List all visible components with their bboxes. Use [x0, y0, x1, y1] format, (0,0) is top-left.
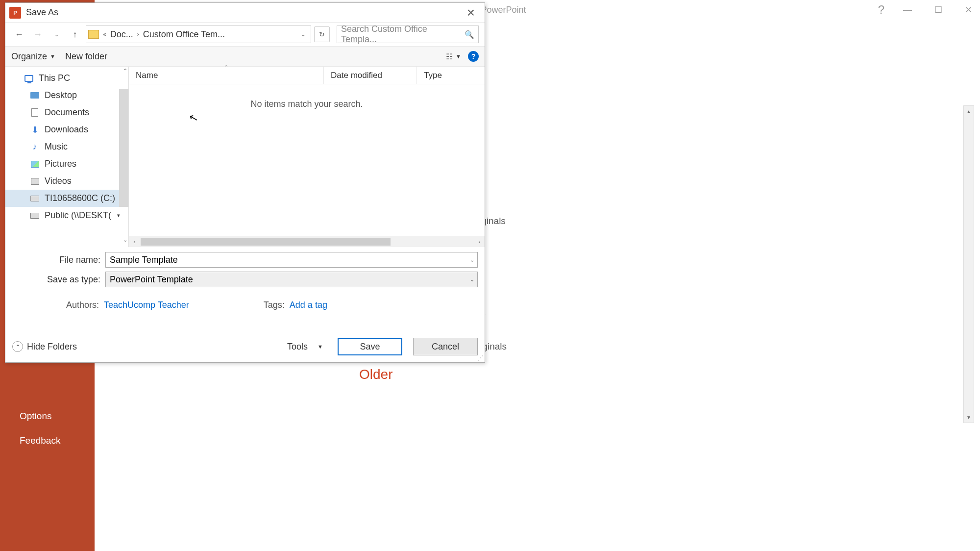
path-segment-2[interactable]: Custom Office Tem... — [141, 29, 227, 40]
new-folder-button[interactable]: New folder — [65, 51, 107, 62]
filename-input[interactable]: Sample Template ⌄ — [105, 252, 478, 268]
dialog-fields: File name: Sample Template ⌄ Save as typ… — [5, 247, 485, 296]
tree-item-this-pc[interactable]: This PC — [5, 70, 128, 87]
tree-item-network-drive[interactable]: Public (\\DESKT( ▾ — [5, 207, 128, 224]
tools-button[interactable]: Tools ▼ — [283, 340, 327, 354]
horizontal-scrollbar[interactable]: ‹ › — [129, 236, 485, 247]
path-dropdown-icon[interactable]: ⌄ — [298, 31, 309, 38]
pictures-icon — [30, 159, 40, 169]
search-input[interactable]: Search Custom Office Templa... 🔍 — [337, 25, 479, 43]
view-button[interactable]: ☷ ▼ — [446, 52, 461, 61]
scroll-down-icon[interactable]: ▼ — [964, 412, 974, 423]
chevron-down-icon[interactable]: ⌄ — [470, 276, 474, 283]
forward-button[interactable]: → — [30, 26, 46, 42]
dialog-toolbar: Organize ▼ New folder ☷ ▼ ? — [5, 46, 485, 67]
sidebar-item-options[interactable]: Options — [0, 404, 95, 428]
network-drive-icon — [30, 211, 40, 221]
filename-label: File name: — [12, 255, 105, 265]
dialog-titlebar: P Save As × — [5, 3, 485, 23]
tree-scrollbar-thumb[interactable] — [119, 89, 128, 207]
tree-scroll-down-icon[interactable]: ⌄ — [123, 237, 127, 243]
folder-icon — [88, 30, 99, 39]
list-header: ⌃ Name Date modified Type — [129, 67, 485, 84]
dialog-title: Save As — [26, 7, 58, 18]
column-date[interactable]: Date modified — [324, 67, 417, 84]
metadata-row: Authors: TeachUcomp Teacher Tags: Add a … — [5, 296, 485, 314]
close-icon[interactable]: × — [461, 4, 481, 22]
videos-icon — [30, 176, 40, 186]
computer-icon — [24, 74, 34, 83]
path-segment-1[interactable]: Doc... — [108, 29, 135, 40]
tags-value[interactable]: Add a tag — [290, 300, 327, 310]
recent-locations-button[interactable]: ⌄ — [49, 26, 64, 42]
view-icon: ☷ — [446, 52, 453, 61]
help-icon[interactable]: ? — [878, 3, 884, 17]
tree-item-pictures[interactable]: Pictures — [5, 155, 128, 173]
chevron-up-icon: ⌃ — [12, 341, 23, 352]
help-icon[interactable]: ? — [468, 51, 479, 62]
desktop-icon — [30, 91, 40, 100]
scroll-right-icon[interactable]: › — [474, 236, 485, 247]
save-button[interactable]: Save — [338, 338, 402, 355]
file-list: ⌃ Name Date modified Type No items match… — [129, 67, 485, 247]
savetype-dropdown[interactable]: PowerPoint Template ⌄ — [105, 272, 478, 287]
download-icon: ⬇ — [30, 125, 40, 135]
search-placeholder: Search Custom Office Templa... — [341, 24, 465, 45]
ppt-title-controls: ? — ☐ ✕ — [878, 2, 976, 17]
tree-scroll-up-icon[interactable]: ⌃ — [123, 68, 127, 74]
search-icon[interactable]: 🔍 — [465, 30, 474, 39]
scroll-up-icon[interactable]: ▲ — [964, 106, 974, 117]
column-type[interactable]: Type — [417, 67, 485, 84]
path-sep-icon: « — [101, 31, 108, 38]
tree-item-music[interactable]: ♪ Music — [5, 138, 128, 155]
minimize-button[interactable]: — — [899, 3, 916, 17]
content-scrollbar[interactable]: ▲ ▼ — [963, 105, 974, 423]
folder-tree: ⌃ This PC Desktop Documents ⬇ Downloads … — [5, 67, 129, 247]
column-name[interactable]: ⌃ Name — [129, 67, 324, 84]
chevron-down-icon[interactable]: ⌄ — [470, 257, 474, 263]
scrollbar-thumb[interactable] — [141, 238, 391, 246]
chevron-right-icon: › — [135, 31, 141, 38]
powerpoint-icon: P — [9, 7, 21, 19]
save-as-dialog: P Save As × ← → ⌄ ↑ « Doc... › Custom Of… — [5, 2, 485, 363]
authors-label: Authors: — [66, 300, 99, 310]
hide-folders-button[interactable]: ⌃ Hide Folders — [12, 341, 77, 352]
sort-asc-icon: ⌃ — [224, 64, 228, 71]
chevron-down-icon: ▾ — [117, 212, 120, 219]
chevron-down-icon: ▼ — [318, 344, 323, 350]
cancel-button[interactable]: Cancel — [413, 338, 478, 355]
up-button[interactable]: ↑ — [67, 26, 83, 42]
tree-item-videos[interactable]: Videos — [5, 173, 128, 190]
dialog-body: ⌃ This PC Desktop Documents ⬇ Downloads … — [5, 67, 485, 247]
empty-message: No items match your search. — [129, 84, 485, 124]
tree-item-documents[interactable]: Documents — [5, 104, 128, 121]
scroll-left-icon[interactable]: ‹ — [129, 236, 140, 247]
savetype-label: Save as type: — [12, 275, 105, 285]
resize-grip-icon[interactable]: ⋰ — [478, 354, 484, 361]
dialog-footer: ⌃ Hide Folders Tools ▼ Save Cancel — [5, 331, 485, 362]
tree-item-downloads[interactable]: ⬇ Downloads — [5, 121, 128, 138]
sidebar-item-feedback[interactable]: Feedback — [0, 428, 95, 453]
nav-bar: ← → ⌄ ↑ « Doc... › Custom Office Tem... … — [5, 23, 485, 46]
tree-item-desktop[interactable]: Desktop — [5, 87, 128, 104]
back-button[interactable]: ← — [11, 26, 27, 42]
address-bar[interactable]: « Doc... › Custom Office Tem... ⌄ — [86, 25, 311, 43]
music-icon: ♪ — [30, 142, 40, 152]
authors-value[interactable]: TeachUcomp Teacher — [104, 300, 189, 310]
ppt-close-button[interactable]: ✕ — [961, 2, 976, 17]
chevron-down-icon: ▼ — [456, 53, 461, 59]
older-heading: Older — [359, 367, 507, 382]
tags-label: Tags: — [264, 300, 285, 310]
document-icon — [30, 108, 40, 118]
tree-item-drive-c[interactable]: TI10658600C (C:) — [5, 190, 128, 207]
maximize-button[interactable]: ☐ — [931, 2, 946, 17]
chevron-down-icon: ▼ — [50, 53, 55, 59]
organize-button[interactable]: Organize ▼ — [11, 51, 55, 62]
drive-icon — [30, 194, 40, 203]
refresh-button[interactable]: ↻ — [314, 26, 330, 42]
